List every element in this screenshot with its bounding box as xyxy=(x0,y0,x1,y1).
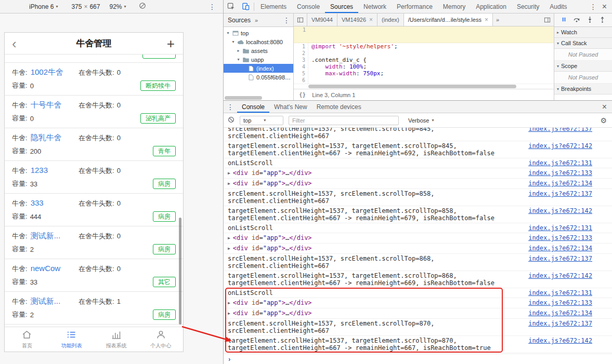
device-toolbar-icon[interactable] xyxy=(238,3,253,10)
devtools-tab-application[interactable]: Application xyxy=(471,0,512,13)
step-over-icon[interactable] xyxy=(573,16,580,24)
horizontal-scrollbar[interactable] xyxy=(294,84,554,89)
file-tree-item-top[interactable]: ▾top xyxy=(224,29,293,37)
more-options-icon[interactable]: ⋮ xyxy=(280,17,293,24)
expand-triangle-icon[interactable]: ▶ xyxy=(228,311,230,316)
inspect-element-icon[interactable] xyxy=(224,3,238,10)
file-tree-item-uapp[interactable]: ▾uapp xyxy=(224,55,293,64)
device-selector[interactable]: iPhone 6 ▾ xyxy=(29,3,58,10)
step-out-icon[interactable] xyxy=(599,16,606,24)
editor-tab[interactable]: (index) xyxy=(377,14,404,26)
editor-tab[interactable]: /Users/crifan/d…ile/style.less× xyxy=(404,14,493,26)
close-icon[interactable]: × xyxy=(600,3,612,11)
console-source-link[interactable]: index.js?e672:133 xyxy=(528,234,592,241)
console-prompt[interactable]: › xyxy=(224,354,612,364)
add-button[interactable]: + xyxy=(159,37,183,50)
tab-chart[interactable]: 报表系统 xyxy=(94,327,139,352)
console-source-link[interactable]: index.js?e672:131 xyxy=(528,224,592,232)
shed-name-link[interactable]: 测试新... xyxy=(31,296,61,306)
shed-name-link[interactable]: 十号牛舍 xyxy=(31,100,62,110)
cowshed-list-item[interactable]: 牛舍:隐乳牛舍在舍牛头数:0容量:200青年 xyxy=(5,128,183,161)
expand-triangle-icon[interactable]: ▶ xyxy=(228,171,230,176)
cowshed-list-item[interactable]: 牛舍:333在舍牛头数:0容量:444病房 xyxy=(5,194,183,226)
tab-home[interactable]: 首页 xyxy=(5,327,49,352)
cowshed-list-item[interactable]: 牛舍:测试新...在舍牛头数:1容量:2病房 xyxy=(5,292,183,325)
debugger-section-scope[interactable]: ▾Scope xyxy=(554,61,612,72)
devtools-tab-console[interactable]: Console xyxy=(292,0,325,13)
console-source-link[interactable]: index.js?e672:137 xyxy=(528,255,592,262)
scrollbar[interactable] xyxy=(179,218,181,325)
console-source-link[interactable]: index.js?e672:142 xyxy=(528,207,592,214)
tree-expand-icon[interactable]: ▾ xyxy=(231,39,236,44)
execution-context-selector[interactable]: top ▾ xyxy=(240,116,283,125)
toggle-navigator-icon[interactable] xyxy=(294,14,307,26)
console-source-link[interactable]: index.js?e672:142 xyxy=(528,337,592,344)
more-options-icon[interactable]: ⋮ xyxy=(224,103,237,111)
debugger-section-watch[interactable]: ▸Watch xyxy=(554,27,612,38)
devtools-tab-sources[interactable]: Sources xyxy=(325,0,358,13)
more-options-icon[interactable]: ⋮ xyxy=(205,3,219,10)
tab-overflow-icon[interactable]: » xyxy=(493,14,502,26)
tab-user[interactable]: 个人中心 xyxy=(138,327,183,352)
console-settings-icon[interactable]: ⚙ xyxy=(600,116,607,125)
devtools-tab-audits[interactable]: Audits xyxy=(544,0,572,13)
open-panel-icon[interactable] xyxy=(541,14,554,26)
shed-name-link[interactable]: 测试新... xyxy=(31,231,61,241)
console-tab-what-s-new[interactable]: What's New xyxy=(269,101,312,113)
editor-tab[interactable]: VM9044 xyxy=(307,14,337,26)
console-source-link[interactable]: index.js?e672:142 xyxy=(528,142,592,150)
file-tree-item-index[interactable]: (index) xyxy=(224,64,293,73)
editor-code-area[interactable]: 123456 @import '~style/helpers'; .conten… xyxy=(294,43,554,84)
close-icon[interactable]: × xyxy=(600,103,612,111)
tree-expand-icon[interactable]: ▾ xyxy=(236,57,241,62)
expand-triangle-icon[interactable]: ▶ xyxy=(228,246,230,251)
console-tab-console[interactable]: Console xyxy=(237,101,269,113)
devtools-tab-memory[interactable]: Memory xyxy=(438,0,471,13)
pause-script-icon[interactable] xyxy=(561,16,567,24)
devtools-tab-network[interactable]: Network xyxy=(358,0,392,13)
expand-triangle-icon[interactable]: ▶ xyxy=(228,181,230,186)
cowshed-list-item[interactable]: 牛舍:newCow在舍牛头数:0容量:33其它 xyxy=(5,259,183,292)
horizontal-scrollbar[interactable] xyxy=(224,96,293,100)
cowshed-list-item[interactable]: 牛舍:十号牛舍在舍牛头数:0容量:0泌乳高产 xyxy=(5,96,183,128)
file-tree-item-0055f6b98[interactable]: 0.055f6b98… xyxy=(224,73,293,82)
clear-console-icon[interactable] xyxy=(228,116,235,124)
pretty-print-button[interactable]: {} xyxy=(299,91,306,98)
devtools-tab-elements[interactable]: Elements xyxy=(255,0,292,13)
console-source-link[interactable]: index.js?e672:133 xyxy=(528,299,592,306)
viewport-height[interactable]: 667 xyxy=(89,3,100,10)
file-tree-item-assets[interactable]: ▸assets xyxy=(224,46,293,55)
console-source-link[interactable]: index.js?e672:142 xyxy=(528,272,592,279)
step-into-icon[interactable] xyxy=(587,16,593,24)
debugger-section-call-stack[interactable]: ▾Call Stack xyxy=(554,38,612,49)
devtools-tab-security[interactable]: Security xyxy=(512,0,544,13)
console-source-link[interactable]: index.js?e672:137 xyxy=(528,190,592,197)
console-source-link[interactable]: index.js?e672:131 xyxy=(528,289,592,296)
console-source-link[interactable]: index.js?e672:137 xyxy=(528,128,592,132)
close-tab-icon[interactable]: × xyxy=(485,17,488,23)
cowshed-list-item[interactable]: 牛舍:测试新...在舍牛头数:0容量:2病房 xyxy=(5,226,183,259)
console-source-link[interactable]: index.js?e672:131 xyxy=(528,159,592,167)
console-source-link[interactable]: index.js?e672:133 xyxy=(528,169,592,177)
expand-triangle-icon[interactable]: ▶ xyxy=(228,301,230,305)
tab-sources[interactable]: Sources xyxy=(224,14,255,26)
tree-expand-icon[interactable]: ▸ xyxy=(236,48,241,53)
rotate-icon[interactable] xyxy=(139,2,146,11)
tab-overflow-icon[interactable]: » xyxy=(255,17,258,23)
shed-name-link[interactable]: 1233 xyxy=(31,166,48,174)
expand-triangle-icon[interactable]: ▶ xyxy=(228,236,230,240)
tab-list[interactable]: 功能列表 xyxy=(49,327,94,352)
editor-tab[interactable]: VM14926× xyxy=(337,14,377,26)
more-options-icon[interactable]: ⋮ xyxy=(587,3,600,10)
cowshed-list-item[interactable]: 牛舍:1233在舍牛头数:0容量:33病房 xyxy=(5,161,183,194)
shed-name-link[interactable]: newCow xyxy=(31,264,61,273)
shed-name-link[interactable]: 333 xyxy=(31,198,44,207)
console-source-link[interactable]: index.js?e672:134 xyxy=(528,309,592,317)
cowshed-list[interactable]: 牛舍:1002牛舍在舍牛头数:0容量:0断奶犊牛牛舍:十号牛舍在舍牛头数:0容量… xyxy=(5,63,183,327)
console-tab-remote-devices[interactable]: Remote devices xyxy=(312,101,366,113)
log-level-selector[interactable]: Verbose ▾ xyxy=(408,117,434,124)
file-tree-item-localhost8080[interactable]: ▾localhost:8080 xyxy=(224,37,293,46)
cowshed-list-item[interactable]: 牛舍:1002牛舍在舍牛头数:0容量:0断奶犊牛 xyxy=(5,63,183,96)
debugger-section-breakpoints[interactable]: ▾Breakpoints xyxy=(554,84,612,95)
console-source-link[interactable]: index.js?e672:137 xyxy=(528,320,592,327)
